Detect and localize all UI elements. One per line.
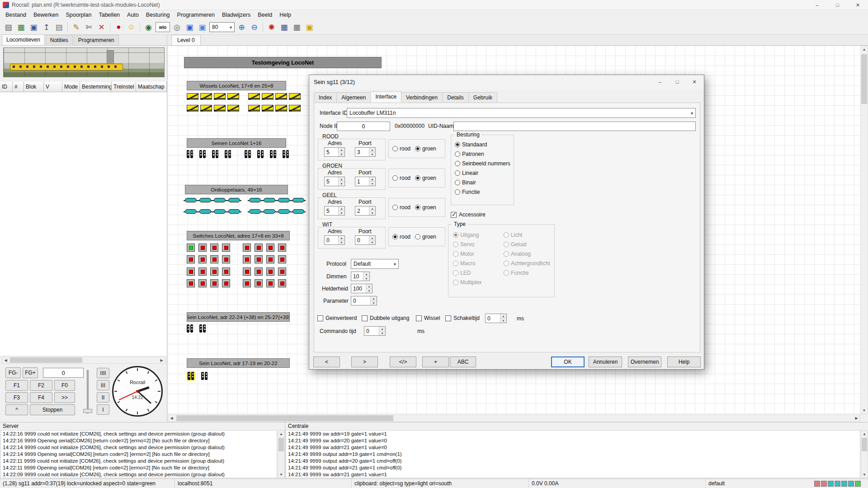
new-plan-icon[interactable]: ▤ xyxy=(3,22,14,33)
scroll-right-icon[interactable]: ▶ xyxy=(158,357,165,363)
helderheid-input[interactable]: 100▲▼ xyxy=(351,284,373,293)
column-header-treinstel[interactable]: Treinstel xyxy=(112,82,136,92)
switch-button[interactable] xyxy=(243,244,251,252)
column-header-x[interactable]: # xyxy=(13,82,24,92)
menu-item-tabellen[interactable]: Tabellen xyxy=(95,10,123,19)
accessoire-checkbox[interactable]: Accessoire xyxy=(451,211,486,218)
adres-input-rood[interactable]: 5▲▼ xyxy=(324,147,345,157)
turnout-symbol[interactable] xyxy=(227,105,239,112)
open-plan-icon[interactable]: ▦ xyxy=(15,22,27,33)
switch-button[interactable] xyxy=(198,255,207,263)
speed-step-button-ii[interactable]: II xyxy=(97,392,109,403)
turnout-symbol[interactable] xyxy=(227,93,239,100)
poort-input-groen[interactable]: 1▲▼ xyxy=(355,177,376,186)
parameter-input[interactable]: 0▲▼ xyxy=(351,296,377,305)
groen-radio-rood[interactable]: groen xyxy=(415,145,436,152)
speed-step-button-i[interactable]: I xyxy=(97,404,109,415)
signal-symbol[interactable] xyxy=(199,324,206,333)
spin-down-icon[interactable]: ▼ xyxy=(371,301,377,305)
f0-button[interactable]: F0 xyxy=(54,380,75,391)
signal-symbol[interactable] xyxy=(187,324,193,333)
signal-symbol[interactable] xyxy=(212,150,218,158)
uid-naam-input[interactable] xyxy=(453,122,696,131)
centrale-log-scrollbar[interactable]: ▲ ▼ xyxy=(861,430,868,478)
rood-radio-groen[interactable]: rood xyxy=(392,175,410,181)
scroll-down-icon[interactable]: ▼ xyxy=(278,471,284,478)
turnout-symbol[interactable] xyxy=(200,93,212,100)
spin-down-icon[interactable]: ▼ xyxy=(339,152,344,156)
column-header-maatschap[interactable]: Maatschap xyxy=(136,82,167,92)
turnout-symbol[interactable] xyxy=(289,105,301,112)
scroll-left-icon[interactable]: ◀ xyxy=(168,415,175,422)
canvas-vscrollbar[interactable]: ▲ ▼ xyxy=(860,46,868,414)
turnout-symbol[interactable] xyxy=(187,105,198,112)
rood-radio-geel[interactable]: rood xyxy=(392,204,410,211)
spin-up-icon[interactable]: ▲ xyxy=(339,236,344,240)
schakeltijd-input[interactable]: 0▲▼ xyxy=(485,314,507,323)
abc-button[interactable]: ABC xyxy=(450,357,476,367)
smiley-icon[interactable]: ☺ xyxy=(126,22,137,33)
f4-button[interactable]: F4 xyxy=(30,392,52,403)
switch-button[interactable] xyxy=(266,255,274,263)
spin-down-icon[interactable]: ▼ xyxy=(339,240,344,244)
speed-slider[interactable] xyxy=(87,370,89,413)
menu-item-besturing[interactable]: Besturing xyxy=(142,10,174,19)
switch-button[interactable] xyxy=(187,279,195,287)
switch-button[interactable] xyxy=(198,279,207,287)
next-button[interactable]: > xyxy=(351,357,378,367)
scroll-thumb[interactable] xyxy=(862,438,867,451)
switch-button[interactable] xyxy=(187,267,195,276)
checkbox-wissel[interactable]: Wissel xyxy=(416,315,440,321)
checkbox-schakeltijd[interactable]: Schakeltijd xyxy=(445,315,480,321)
groen-radio-groen[interactable]: groen xyxy=(415,175,436,181)
turnout-symbol[interactable] xyxy=(262,93,274,100)
decoupler-symbol[interactable] xyxy=(278,198,290,202)
switch-button[interactable] xyxy=(210,279,218,287)
virus-icon[interactable]: ✺ xyxy=(266,22,277,33)
switch-button[interactable] xyxy=(210,267,218,276)
signal-symbol[interactable] xyxy=(201,372,208,380)
switch-button[interactable] xyxy=(222,244,230,252)
switch-button[interactable] xyxy=(198,244,207,252)
switch-button[interactable] xyxy=(278,279,286,287)
maximize-button[interactable]: □ xyxy=(827,0,848,10)
poort-input-wit[interactable]: 0▲▼ xyxy=(355,235,376,245)
decoupler-symbol[interactable] xyxy=(292,198,304,202)
annuleren-button[interactable]: Annuleren xyxy=(589,357,622,367)
turnout-symbol[interactable] xyxy=(248,93,260,100)
turnout-symbol[interactable] xyxy=(200,105,212,112)
spin-down-icon[interactable]: ▼ xyxy=(369,182,375,186)
interface-id-select[interactable]: Locobuffer LM311n ▾ xyxy=(347,108,696,118)
type-radio-analoog[interactable]: Analoog xyxy=(504,251,550,257)
scroll-thumb[interactable] xyxy=(278,438,284,451)
switch-button[interactable] xyxy=(266,279,274,287)
centrale-log-body[interactable]: 14:21:49 9999 sw addr=19 gate=1 value=11… xyxy=(286,430,860,478)
switch-button[interactable] xyxy=(210,244,218,252)
scroll-up-icon[interactable]: ▲ xyxy=(278,431,284,437)
signal-symbol[interactable] xyxy=(199,150,206,158)
direction-button[interactable]: ^ xyxy=(5,404,28,415)
switch-button[interactable] xyxy=(255,255,263,263)
decoupler-symbol[interactable] xyxy=(249,198,261,202)
adres-input-wit[interactable]: 0▲▼ xyxy=(324,235,345,245)
menu-item-auto[interactable]: Auto xyxy=(123,10,142,19)
signal-symbol[interactable] xyxy=(257,150,264,158)
menu-item-bewerken[interactable]: Bewerken xyxy=(30,10,62,19)
save-icon[interactable]: ▣ xyxy=(28,22,39,33)
dimmen-input[interactable]: 10▲▼ xyxy=(351,272,370,281)
overnemen-button[interactable]: Overnemen xyxy=(628,357,661,367)
dialog-tab-index[interactable]: Index xyxy=(314,92,337,103)
speed-step-button-iii[interactable]: III xyxy=(97,380,109,390)
menu-item-help[interactable]: Help xyxy=(276,10,295,19)
signal-symbol[interactable] xyxy=(283,150,289,158)
column-header-mode[interactable]: Mode xyxy=(62,82,80,92)
dialog-maximize-button[interactable]: □ xyxy=(669,75,686,89)
add-button[interactable]: + xyxy=(422,357,449,367)
turnout-symbol[interactable] xyxy=(275,105,287,112)
column-header-bestemming[interactable]: Bestemming xyxy=(80,82,112,92)
checkbox-dubbele-uitgang[interactable]: Dubbele uitgang xyxy=(362,315,409,321)
turnout-symbol[interactable] xyxy=(262,105,274,112)
switch-button[interactable] xyxy=(255,279,263,287)
besturing-radio-patronen[interactable]: Patronen xyxy=(455,151,510,157)
scroll-left-icon[interactable]: ◀ xyxy=(2,357,9,363)
